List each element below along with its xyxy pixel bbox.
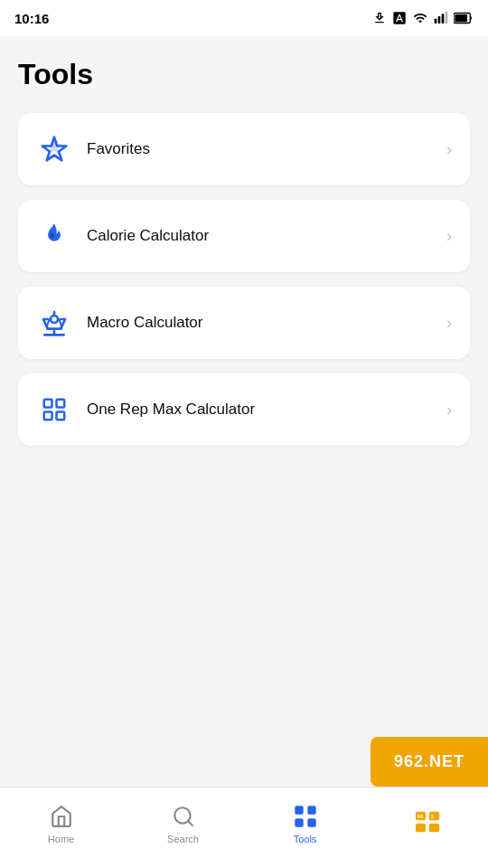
svg-rect-12 (44, 412, 52, 420)
font-icon (392, 11, 407, 25)
nav-search[interactable]: Search (122, 804, 244, 852)
watermark: 962.NET (371, 737, 488, 787)
tools-nav-label: Tools (294, 834, 317, 844)
main-content: Tools Favorites › Calorie Calculator › (0, 36, 488, 446)
svg-rect-1 (438, 16, 441, 24)
svg-rect-17 (307, 806, 315, 814)
bottom-nav: Home Search Tools (0, 787, 488, 868)
nav-tools[interactable]: Tools (244, 804, 366, 852)
macro-label: Macro Calculator (87, 314, 446, 332)
search-nav-label: Search (167, 834, 199, 844)
grid-icon (36, 392, 72, 428)
more-icon: 96 2 (415, 809, 440, 835)
svg-rect-5 (455, 14, 467, 22)
svg-line-15 (188, 821, 192, 826)
one-rep-label: One Rep Max Calculator (87, 401, 446, 419)
favorites-label: Favorites (87, 140, 446, 158)
download-icon (372, 11, 387, 25)
svg-rect-23 (428, 824, 438, 832)
status-time: 10:16 (14, 11, 49, 26)
nav-home[interactable]: Home (0, 804, 122, 852)
search-icon (171, 804, 196, 829)
calorie-label: Calorie Calculator (87, 227, 446, 245)
svg-rect-19 (307, 818, 315, 826)
signal-icon (434, 11, 448, 25)
tools-icon (293, 804, 318, 829)
svg-rect-16 (295, 806, 303, 814)
svg-text:2: 2 (430, 814, 433, 819)
svg-rect-13 (57, 412, 65, 420)
one-rep-chevron: › (446, 401, 452, 420)
svg-rect-18 (295, 818, 303, 826)
svg-rect-22 (415, 824, 425, 832)
favorites-card[interactable]: Favorites › (18, 113, 470, 185)
home-icon (49, 804, 74, 829)
svg-rect-3 (446, 12, 448, 24)
macro-calculator-card[interactable]: Macro Calculator › (18, 287, 470, 359)
svg-rect-11 (57, 400, 65, 408)
star-icon (36, 131, 72, 167)
home-nav-label: Home (48, 834, 74, 844)
battery-icon (454, 12, 474, 24)
svg-rect-2 (442, 14, 445, 24)
watermark-text: 962.NET (394, 752, 465, 771)
one-rep-max-card[interactable]: One Rep Max Calculator › (18, 373, 470, 446)
nav-more[interactable]: 96 2 (366, 809, 488, 846)
flame-icon (36, 218, 72, 254)
status-icons (372, 11, 474, 25)
svg-rect-10 (44, 400, 52, 408)
favorites-chevron: › (446, 140, 452, 159)
wifi-icon (412, 11, 428, 25)
status-bar: 10:16 (0, 0, 488, 36)
scale-icon (36, 305, 72, 341)
page-title: Tools (18, 58, 470, 91)
calorie-calculator-card[interactable]: Calorie Calculator › (18, 200, 470, 272)
svg-text:96: 96 (417, 814, 422, 819)
macro-chevron: › (446, 314, 452, 333)
calorie-chevron: › (446, 227, 452, 246)
svg-rect-0 (435, 19, 437, 24)
